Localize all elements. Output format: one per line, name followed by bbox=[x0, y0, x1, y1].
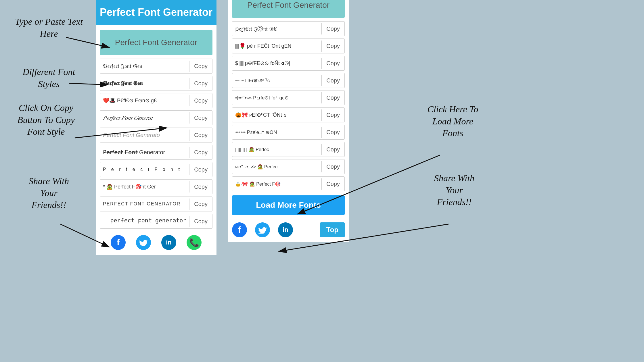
facebook-button[interactable]: f bbox=[111, 235, 126, 250]
right-copy-button-7[interactable]: Copy bbox=[321, 144, 344, 155]
right-facebook-button[interactable]: f bbox=[232, 222, 247, 237]
font-preview-italic: 𝑃𝑒𝑟𝑓𝑒𝑐𝑡 𝐹𝑜𝑛𝑡 𝐺𝑒𝑛𝑒𝑟𝑎𝑡 bbox=[100, 112, 189, 124]
font-row-emoji2: * 🧟 Perfect F🎯nt Ger Copy bbox=[100, 179, 212, 194]
annotation-share-right: Share WithYourFriends!! bbox=[414, 172, 494, 208]
right-font-preview-9: 🔒·🎀 🧟 Perfect F🎯 bbox=[232, 179, 321, 189]
right-font-preview-3: ⸰⸰⸰⸰⸰ ΠEr⊕𝔐ᵃ ᵀc bbox=[232, 75, 321, 86]
font-row-gothic: 𝔓𝔢𝔯𝔣𝔢𝔠𝔱 𝔍𝔬𝔫𝔱 𝔊𝔢𝔫 Copy bbox=[100, 59, 212, 74]
right-copy-button-8[interactable]: Copy bbox=[321, 161, 344, 172]
twitter-button[interactable] bbox=[136, 235, 151, 250]
whatsapp-button[interactable]: 📞 bbox=[187, 235, 202, 250]
annotation-share-left: Share WithYourFriends!! bbox=[12, 175, 86, 211]
font-preview-upside: ɹoʇɐɹǝuǝƃ ʇuoℲ ʇɔǝɟɹǝd bbox=[100, 215, 189, 227]
right-linkedin-button[interactable]: in bbox=[278, 222, 293, 237]
right-font-preview-2: $ 🀫 p⊕fFE⊙⊙ foÑt ɢ⑤| bbox=[232, 58, 321, 69]
font-row-strikethrough: P̶e̶r̶f̶e̶c̶t̶ F̶o̶n̶t̶ Generator Copy bbox=[100, 145, 212, 160]
right-font-preview-7: | ||| || | 🧟 Perfec bbox=[232, 145, 321, 155]
right-copy-button-9[interactable]: Copy bbox=[321, 178, 344, 190]
right-font-row-9: 🔒·🎀 🧟 Perfect F🎯 Copy bbox=[232, 176, 345, 191]
right-copy-button-2[interactable]: Copy bbox=[321, 58, 344, 69]
right-font-row-5: 🎃🎀 ᴘEf⊕ᴱCT fÔNt ɢ Copy bbox=[232, 107, 345, 122]
right-font-row-3: ⸰⸰⸰⸰⸰ ΠEr⊕𝔐ᵃ ᵀc Copy bbox=[232, 73, 345, 88]
right-font-row-4: •]••°'•»» Pɛrfe⊙t fo⁺ gɛ⊙ Copy bbox=[232, 90, 345, 105]
load-more-button[interactable]: Load More Fonts bbox=[232, 195, 345, 215]
left-social-bar: f in 📞 bbox=[96, 230, 216, 255]
right-font-preview-5: 🎃🎀 ᴘEf⊕ᴱCT fÔNt ɢ bbox=[232, 109, 321, 120]
right-font-row-8: ¤₄•°⁻⸱•..>> 🧟 Perfec Copy bbox=[232, 159, 345, 174]
right-copy-button-1[interactable]: Copy bbox=[321, 41, 344, 52]
font-preview-light-italic: Perfect Font Generato bbox=[100, 130, 189, 141]
left-panel-header: Perfect Font Generator bbox=[96, 0, 216, 25]
copy-button-gothic[interactable]: Copy bbox=[189, 61, 212, 72]
right-panel: Perfect Font Generator Perfect Font Gene… bbox=[228, 0, 349, 242]
copy-button-strikethrough[interactable]: Copy bbox=[189, 147, 212, 158]
font-row-bold-gothic: 𝕻𝖊𝖗𝖋𝖊𝖈𝖙 𝕱𝖔𝖓𝖙 𝕲𝖊𝖓 Copy bbox=[100, 76, 212, 91]
right-social-bar: f in Top bbox=[228, 218, 349, 242]
right-font-row-2: $ 🀫 p⊕fFE⊙⊙ foÑt ɢ⑤| Copy bbox=[232, 56, 345, 71]
right-font-preview-4: •]••°'•»» Pɛrfe⊙t fo⁺ gɛ⊙ bbox=[232, 93, 321, 103]
font-preview-partial-top: ᵽ𝔢ṟ𝔣€𝔠𝔱 𝔍Ⓞ𝔫𝔱 𝔊€ bbox=[232, 23, 321, 35]
right-text-input[interactable]: Perfect Font Generator bbox=[232, 0, 345, 18]
font-preview-gothic: 𝔓𝔢𝔯𝔣𝔢𝔠𝔱 𝔍𝔬𝔫𝔱 𝔊𝔢𝔫 bbox=[100, 61, 189, 72]
right-font-preview-1: 🀫🌹 pé r FEČt 'Ont gEN bbox=[232, 41, 321, 51]
annotation-diff-fonts: Different FontStyles bbox=[9, 66, 89, 90]
right-font-preview-8: ¤₄•°⁻⸱•..>> 🧟 Perfec bbox=[232, 162, 321, 172]
font-row-spaced: P e r f e c t F o n t Copy bbox=[100, 162, 212, 177]
right-copy-button-3[interactable]: Copy bbox=[321, 75, 344, 86]
copy-button-spaced[interactable]: Copy bbox=[189, 164, 212, 175]
right-font-preview-6: ⸰⸰⸰⸰⸰⸰ Pɛя'e□т ⊕ON bbox=[232, 127, 321, 138]
annotation-type-paste: Type or Paste Text Here bbox=[9, 16, 89, 40]
font-preview-strikethrough: P̶e̶r̶f̶e̶c̶t̶ F̶o̶n̶t̶ Generator bbox=[100, 147, 189, 158]
top-button[interactable]: Top bbox=[320, 222, 345, 237]
linkedin-button[interactable]: in bbox=[161, 235, 176, 250]
right-twitter-button[interactable] bbox=[255, 222, 270, 237]
right-font-row-7: | ||| || | 🧟 Perfec Copy bbox=[232, 142, 345, 157]
copy-button-upside[interactable]: Copy bbox=[189, 216, 212, 227]
annotation-click-load: Click Here ToLoad MoreFonts bbox=[410, 103, 496, 139]
font-row-italic: 𝑃𝑒𝑟𝑓𝑒𝑐𝑡 𝐹𝑜𝑛𝑡 𝐺𝑒𝑛𝑒𝑟𝑎𝑡 Copy bbox=[100, 110, 212, 125]
font-preview-emoji2: * 🧟 Perfect F🎯nt Ger bbox=[100, 181, 189, 192]
font-preview-spaced: P e r f e c t F o n t bbox=[100, 165, 189, 174]
copy-button-italic[interactable]: Copy bbox=[189, 112, 212, 124]
copy-button-emoji2[interactable]: Copy bbox=[189, 181, 212, 192]
font-row-light-italic: Perfect Font Generato Copy bbox=[100, 128, 212, 143]
copy-button-light-italic[interactable]: Copy bbox=[189, 130, 212, 141]
font-preview-small-caps: PERFECT FONT GENERATOR bbox=[100, 199, 189, 209]
copy-button-emoji1[interactable]: Copy bbox=[189, 95, 212, 106]
annotation-click-copy: Click On CopyButton To CopyFont Style bbox=[4, 102, 88, 138]
copy-button-bold-gothic[interactable]: Copy bbox=[189, 78, 212, 89]
font-row-partial-top: ᵽ𝔢ṟ𝔣€𝔠𝔱 𝔍Ⓞ𝔫𝔱 𝔊€ Copy bbox=[232, 21, 345, 36]
font-row-upside: ɹoʇɐɹǝuǝƃ ʇuoℲ ʇɔǝɟɹǝd Copy bbox=[100, 214, 212, 229]
right-copy-button-6[interactable]: Copy bbox=[321, 127, 344, 138]
left-panel: Perfect Font Generator Perfect Font Gene… bbox=[96, 0, 216, 255]
text-input[interactable]: Perfect Font Generator bbox=[100, 30, 212, 55]
right-copy-button-5[interactable]: Copy bbox=[321, 109, 344, 121]
copy-button-partial-top[interactable]: Copy bbox=[321, 23, 344, 34]
copy-button-small-caps[interactable]: Copy bbox=[189, 199, 212, 210]
right-copy-button-4[interactable]: Copy bbox=[321, 92, 344, 103]
font-preview-emoji1: ❤️🎩 P€ff€⊙ F⊙n⊙ g€ bbox=[100, 95, 189, 106]
font-row-emoji1: ❤️🎩 P€ff€⊙ F⊙n⊙ g€ Copy bbox=[100, 93, 212, 108]
font-row-small-caps: PERFECT FONT GENERATOR Copy bbox=[100, 197, 212, 211]
font-preview-bold-gothic: 𝕻𝖊𝖗𝖋𝖊𝖈𝖙 𝕱𝖔𝖓𝖙 𝕲𝖊𝖓 bbox=[100, 78, 189, 89]
right-font-row-6: ⸰⸰⸰⸰⸰⸰ Pɛя'e□т ⊕ON Copy bbox=[232, 125, 345, 140]
right-font-row-1: 🀫🌹 pé r FEČt 'Ont gEN Copy bbox=[232, 38, 345, 53]
